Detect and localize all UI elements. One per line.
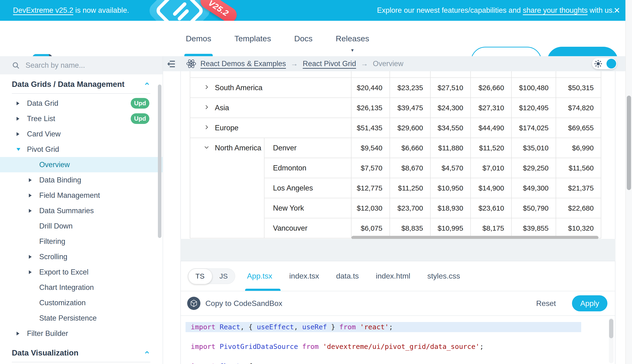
pivot-value-cell: $10,320 <box>556 218 601 238</box>
sidebar-item-state-persistence[interactable]: State Persistence <box>0 310 163 326</box>
pivot-value-cell: $26,660 <box>471 78 511 98</box>
breadcrumb-demos-link[interactable]: React Demos & Examples <box>200 60 286 68</box>
code-editor[interactable]: import React, { useEffect, useRef } from… <box>181 316 615 364</box>
sidebar-item-label: Field Management <box>39 191 100 200</box>
sidebar-item-label: Customization <box>39 298 86 307</box>
nav-item-label: Releases <box>336 34 369 43</box>
nav-item-releases[interactable]: Releases▼ <box>334 21 371 56</box>
tab-data-ts[interactable]: data.ts <box>336 272 359 280</box>
pivot-value-cell: $23,610 <box>471 198 511 218</box>
sidebar-item-scrolling[interactable]: Scrolling <box>0 249 163 264</box>
sidebar-item-data-binding[interactable]: Data Binding <box>0 172 163 188</box>
copy-to-codesandbox-button[interactable]: Copy to CodeSandBox <box>205 291 282 315</box>
search-input[interactable] <box>25 61 139 70</box>
sidebar-item-data-summaries[interactable]: Data Summaries <box>0 203 163 218</box>
pivot-region-header[interactable]: South America <box>190 78 351 98</box>
pivot-cell <box>556 71 601 78</box>
pivot-value-cell: $174,025 <box>511 118 556 138</box>
chevron-up-icon[interactable] <box>144 80 150 88</box>
pivot-cell <box>351 71 390 78</box>
sidebar-item-export-to-excel[interactable]: Export to Excel <box>0 264 163 280</box>
pivot-region-header[interactable]: North America <box>190 138 264 238</box>
pivot-value-cell: $8,835 <box>390 218 431 238</box>
code-panel: TS JS App.tsxindex.tsxdata.tsindex.htmls… <box>180 261 615 364</box>
page-scrollbar <box>625 0 632 364</box>
sidebar-section-title: Data Grids / Data Management <box>12 80 125 89</box>
nav-item-label: Docs <box>294 34 312 43</box>
nav-item-demos[interactable]: Demos <box>184 21 213 56</box>
code-tabs-row: TS JS App.tsxindex.tsxdata.tsindex.htmls… <box>181 261 615 291</box>
pivot-value-cell: $35,010 <box>511 138 556 158</box>
sidebar-item-pivot-grid[interactable]: Pivot Grid <box>0 142 163 157</box>
pivot-city-header: Vancouver <box>264 218 351 238</box>
chevron-right-icon <box>28 254 36 259</box>
banner-release-link[interactable]: DevExtreme v25.2 <box>13 6 73 15</box>
apply-button[interactable]: Apply <box>572 295 607 311</box>
sidebar-item-label: Overview <box>39 160 70 169</box>
sidebar-section-title: Data Visualization <box>12 348 79 358</box>
sidebar-item-drill-down[interactable]: Drill Down <box>0 218 163 234</box>
pivot-value-cell: $18,930 <box>431 198 471 218</box>
tab-app-tsx[interactable]: App.tsx <box>247 272 272 280</box>
expand-chevron-icon <box>203 104 210 112</box>
banner-release-text: DevExtreme v25.2 is now available. <box>13 0 129 21</box>
sidebar-item-overview[interactable]: Overview <box>0 157 163 172</box>
sidebar-item-filtering[interactable]: Filtering <box>0 234 163 249</box>
sidebar-item-card-view[interactable]: Card View <box>0 126 163 142</box>
pivot-value-cell: $27,310 <box>471 98 511 118</box>
sidebar-item-tree-list[interactable]: Tree ListUpd <box>0 111 163 126</box>
pivot-region-header[interactable]: Asia <box>190 98 351 118</box>
theme-toggle-knob[interactable] <box>606 59 616 68</box>
share-your-thoughts-link[interactable]: share your thoughts <box>523 6 587 15</box>
sidebar-item-field-management[interactable]: Field Management <box>0 188 163 203</box>
tab-index-html[interactable]: index.html <box>376 272 410 280</box>
sidebar-item-label: Drill Down <box>39 222 73 230</box>
pivot-value-cell: $29,600 <box>390 118 431 138</box>
language-option-js[interactable]: JS <box>212 269 236 284</box>
sidebar-item-label: Card View <box>27 130 61 138</box>
sidebar-item-customization[interactable]: Customization <box>0 295 163 310</box>
language-toggle[interactable]: TS JS <box>188 268 235 284</box>
pivot-grid-demo: South America$20,440$23,235$27,510$26,66… <box>180 71 615 239</box>
pivot-row-partial <box>190 71 601 78</box>
sidebar-item-data-grid[interactable]: Data GridUpd <box>0 96 163 111</box>
chevron-right-icon <box>28 208 36 213</box>
pivot-region-header[interactable]: Europe <box>190 118 351 138</box>
tab-index-tsx[interactable]: index.tsx <box>289 272 319 280</box>
breadcrumb-separator-icon: → <box>361 60 368 68</box>
banner-message-pre: Explore our newest features/capabilities… <box>377 6 523 15</box>
theme-toggle[interactable] <box>592 58 617 69</box>
sidebar-item-filter-builder[interactable]: Filter Builder <box>0 326 163 341</box>
app-header: JS DevExtreme by DevExpress React ▼ Demo… <box>0 21 625 57</box>
main-nav: DemosTemplatesDocsReleases▼ <box>184 21 371 56</box>
pivot-value-cell: $29,250 <box>511 158 556 178</box>
nav-item-templates[interactable]: Templates <box>233 21 273 56</box>
reset-button[interactable]: Reset <box>536 291 556 315</box>
pivot-city-header: Edmonton <box>264 158 351 178</box>
chevron-right-icon <box>16 116 23 121</box>
page-scrollbar-thumb[interactable] <box>627 96 631 190</box>
nav-item-docs[interactable]: Docs <box>293 21 314 56</box>
collapse-sidebar-icon[interactable] <box>167 60 176 68</box>
code-scrollbar-thumb[interactable] <box>609 319 613 338</box>
banner-close-icon[interactable]: ✕ <box>610 0 624 21</box>
pivot-value-cell: $49,300 <box>511 178 556 198</box>
region-label: North America <box>215 144 261 152</box>
active-nav-underline <box>184 54 213 56</box>
sidebar-scrollbar[interactable] <box>158 84 161 238</box>
language-option-ts[interactable]: TS <box>188 269 212 284</box>
pivot-region-row: Asia$26,135$39,475$24,300$27,310$120,495… <box>190 98 601 118</box>
sidebar-section-data-grids: Data Grids / Data Management <box>0 77 163 92</box>
pivot-cell <box>471 71 511 78</box>
pivot-region-row: Europe$51,435$29,600$34,550$44,490$174,0… <box>190 118 601 138</box>
pivot-cell <box>511 71 556 78</box>
pivot-value-cell: $69,655 <box>556 118 601 138</box>
tab-styles-css[interactable]: styles.css <box>427 272 460 280</box>
sidebar-item-chart-integration[interactable]: Chart Integration <box>0 280 163 295</box>
breadcrumb-pivot-grid-link[interactable]: React Pivot Grid <box>303 60 356 68</box>
sidebar-item-label: Filter Builder <box>27 329 68 338</box>
sidebar-nav-list: Data Grids / Data ManagementData GridUpd… <box>0 74 163 362</box>
expand-chevron-icon <box>203 84 210 92</box>
codesandbox-icon[interactable] <box>187 297 200 310</box>
chevron-up-icon[interactable] <box>144 349 150 357</box>
